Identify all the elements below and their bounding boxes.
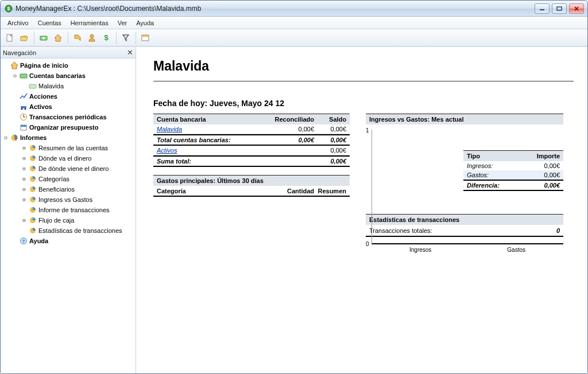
header-balance: Saldo [318,114,350,124]
account-balance: 0,00€ [314,126,346,133]
expand-icon[interactable]: ⊞ [20,186,28,192]
category-icon[interactable] [71,31,84,45]
expand-icon[interactable]: ⊞ [20,145,28,151]
minimize-button[interactable] [535,3,550,14]
today-date: Fecha de hoy: Jueves, Mayo 24 12 [153,99,574,108]
piechart-icon [28,205,37,215]
svg-rect-15 [142,35,149,37]
menu-help[interactable]: Ayuda [131,18,158,28]
accounts-total-row: Total cuentas bancarias: 0,00€ 0,00€ [153,134,350,145]
svg-rect-3 [557,7,562,10]
svg-point-20 [21,108,23,110]
svg-rect-17 [20,74,27,78]
nav-report-payees[interactable]: ⊞Beneficiarios [2,184,134,194]
nav-report-incvsexp[interactable]: ⊞Ingresos vs Gastos [2,194,134,205]
nav-report-wheremoney[interactable]: ⊞Dónde va el dinero [2,153,134,163]
calendar-icon [19,123,28,132]
navigation-panel: Navegación ✕ Página de inicio ⊟ Cuentas … [1,47,136,373]
navigation-title: Navegación [3,49,36,56]
toolbar-separator [34,32,34,44]
nav-assets[interactable]: Activos [2,102,134,112]
new-account-icon[interactable] [37,31,51,45]
open-file-icon[interactable] [17,31,31,45]
income-row: Ingresos: 0,00€ [463,161,563,170]
nav-report-summary[interactable]: ⊞Resumen de las cuentas [2,143,134,153]
page-title: Malavida [153,59,574,74]
nav-home[interactable]: Página de inicio [2,60,134,71]
toolbar: $ [1,29,587,46]
header-account: Cuenta bancaria [153,114,266,124]
chart-x-income: Ingresos [409,247,431,253]
nav-reports[interactable]: ⊟ Informes [2,133,134,143]
svg-text:?: ? [22,239,25,244]
maximize-button[interactable] [552,3,567,14]
collapse-icon[interactable]: ⊟ [2,135,10,141]
content-area: Malavida Fecha de hoy: Jueves, Mayo 24 1… [136,47,587,373]
svg-point-21 [25,108,26,110]
piechart-icon [28,216,37,225]
nav-report-cashflow[interactable]: ⊞Flujo de caja [2,215,134,225]
nav-bank-accounts[interactable]: ⊟ Cuentas bancarias [2,71,134,81]
assets-link[interactable]: Activos [157,147,177,154]
menu-accounts[interactable]: Cuentas [33,18,66,28]
svg-rect-18 [29,84,36,88]
account-reconciled: 0,00€ [262,126,314,133]
svg-rect-2 [540,9,544,10]
account-link[interactable]: Malavida [157,126,182,133]
close-button[interactable] [569,3,584,14]
svg-marker-16 [11,62,18,69]
close-panel-icon[interactable]: ✕ [127,48,133,57]
account-icon [28,81,37,91]
nav-report-wherecomes[interactable]: ⊞De dónde viene el dinero [2,163,134,174]
expand-icon[interactable]: ⊞ [20,155,28,161]
accounts-header-row: Cuenta bancaria Reconciliado Saldo [153,114,350,124]
clock-icon [19,112,28,122]
piechart-icon [28,195,37,204]
nav-budget[interactable]: Organizar presupuesto [2,122,134,133]
piechart-icon [10,133,19,142]
navigation-header[interactable]: Navegación ✕ [1,47,136,59]
divider [153,81,574,81]
nav-account-malavida[interactable]: Malavida [2,81,134,91]
nav-stocks[interactable]: Acciones [2,91,134,102]
toolbar-separator [116,32,117,44]
expenses-columns: Categoría Cantidad Resumen [153,186,350,197]
new-file-icon[interactable] [3,31,17,45]
nav-report-txn[interactable]: Informe de transacciones [2,205,134,215]
chart-y-min: 0 [366,241,369,247]
piechart-icon [28,174,37,184]
chart-y-max: 1 [366,127,369,134]
svg-marker-13 [123,35,129,41]
collapse-icon[interactable]: ⊟ [11,73,19,79]
nav-help[interactable]: ? Ayuda [2,236,134,246]
piechart-icon [28,226,37,235]
toolbar-separator [68,32,68,44]
svg-text:$: $ [104,33,109,42]
piechart-icon [28,143,37,153]
payee-icon[interactable] [85,31,99,45]
menu-file[interactable]: Archivo [3,18,33,28]
nav-recurring[interactable]: Transacciones periódicas [2,112,134,122]
menu-view[interactable]: Ver [113,18,132,28]
expand-icon[interactable]: ⊞ [20,166,28,172]
nav-report-categories[interactable]: ⊞Categorías [2,174,134,184]
svg-rect-26 [21,125,26,127]
titlebar[interactable]: $ MoneyManagerEx : C:\Users\root\Documen… [1,1,587,17]
home-icon[interactable] [51,31,65,45]
window-title: MoneyManagerEx : C:\Users\root\Documents… [16,5,532,13]
expand-icon[interactable]: ⊞ [20,197,28,202]
menu-tools[interactable]: Herramientas [66,18,113,28]
options-icon[interactable] [138,31,152,45]
difference-row: Diferencia: 0,00€ [463,180,563,191]
piechart-icon [28,164,37,173]
currency-icon[interactable]: $ [99,31,113,45]
svg-point-11 [90,34,94,38]
expenses-header: Gastos principales: Últimos 30 días [153,175,350,186]
svg-rect-19 [21,106,26,108]
account-row: Malavida 0,00€ 0,00€ [153,124,350,134]
expand-icon[interactable]: ⊞ [20,176,28,182]
filter-icon[interactable] [119,31,133,45]
expand-icon[interactable]: ⊞ [20,217,28,223]
svg-text:$: $ [7,6,10,11]
nav-report-txnstats[interactable]: Estadísticas de transacciones [2,225,134,236]
